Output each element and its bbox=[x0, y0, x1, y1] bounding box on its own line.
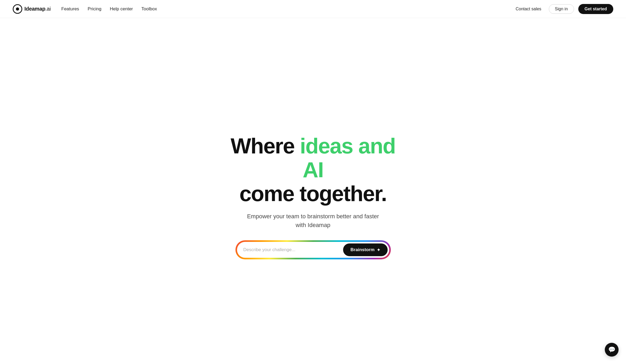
sign-in-button[interactable]: Sign in bbox=[549, 4, 574, 14]
hero-section: Where ideas and AI come together. Empowe… bbox=[0, 18, 626, 364]
nav-item-toolbox[interactable]: Toolbox bbox=[141, 6, 157, 12]
contact-sales-button[interactable]: Contact sales bbox=[513, 5, 545, 14]
nav-item-features[interactable]: Features bbox=[61, 6, 79, 12]
brainstorm-sparkle-icon: ✦ bbox=[377, 247, 380, 252]
logo-link[interactable]: Ideamap.ai bbox=[13, 4, 51, 14]
chat-bubble-button[interactable]: 💬 bbox=[605, 343, 619, 357]
nav-item-pricing[interactable]: Pricing bbox=[87, 6, 101, 12]
logo-icon bbox=[13, 4, 22, 14]
nav-right: Contact sales Sign in Get started bbox=[513, 4, 613, 14]
get-started-button[interactable]: Get started bbox=[578, 4, 613, 14]
challenge-input[interactable] bbox=[243, 245, 341, 255]
navbar: Ideamap.ai Features Pricing Help center … bbox=[0, 0, 626, 18]
nav-links: Features Pricing Help center Toolbox bbox=[61, 6, 157, 12]
brainstorm-button-label: Brainstorm bbox=[351, 247, 375, 252]
hero-title-prefix: Where bbox=[231, 134, 300, 158]
hero-title-highlight: ideas and AI bbox=[300, 134, 395, 182]
nav-link-pricing[interactable]: Pricing bbox=[87, 6, 101, 11]
nav-link-toolbox[interactable]: Toolbox bbox=[141, 6, 157, 11]
hero-title: Where ideas and AI come together. bbox=[220, 134, 406, 206]
logo-ai-suffix: .ai bbox=[45, 6, 51, 12]
brainstorm-button[interactable]: Brainstorm ✦ bbox=[343, 243, 388, 256]
brainstorm-form: Brainstorm ✦ bbox=[236, 241, 390, 259]
logo-text: Ideamap.ai bbox=[24, 6, 51, 12]
nav-link-features[interactable]: Features bbox=[61, 6, 79, 11]
hero-subtitle: Empower your team to brainstorm better a… bbox=[247, 212, 379, 229]
logo-brand: Ideamap bbox=[24, 6, 45, 12]
logo-icon-inner bbox=[16, 7, 19, 11]
nav-left: Ideamap.ai Features Pricing Help center … bbox=[13, 4, 157, 14]
chat-bubble-icon: 💬 bbox=[608, 346, 615, 353]
nav-link-helpcenter[interactable]: Help center bbox=[110, 6, 133, 11]
brainstorm-inner: Brainstorm ✦ bbox=[237, 242, 389, 258]
nav-item-helpcenter[interactable]: Help center bbox=[110, 6, 133, 12]
hero-title-suffix: come together. bbox=[239, 181, 387, 206]
